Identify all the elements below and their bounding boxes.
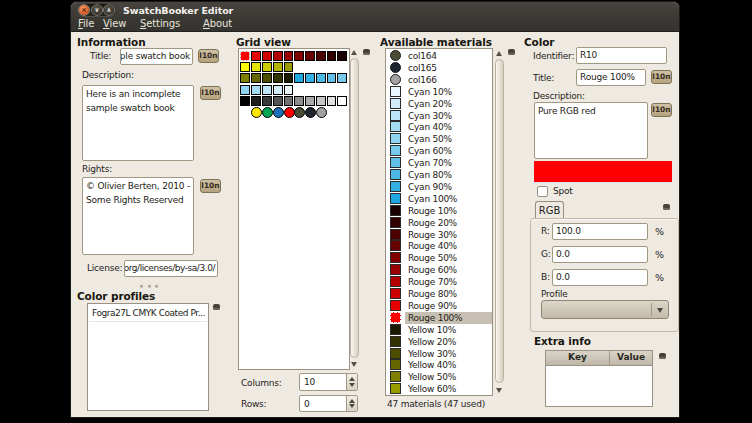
grid-cell[interactable]: [273, 73, 283, 83]
material-row[interactable]: Rouge 80%: [386, 288, 492, 300]
spin-up-icon[interactable]: [349, 399, 355, 403]
grid-cell[interactable]: [337, 51, 347, 61]
grid-cell-selected[interactable]: [240, 51, 250, 61]
grid-cell[interactable]: [316, 73, 326, 83]
materials-list[interactable]: col164col165col166Cyan 10%Cyan 20%Cyan 3…: [385, 48, 493, 396]
material-row[interactable]: col166: [386, 74, 492, 86]
grid-cell[interactable]: [284, 62, 294, 72]
grid-cell[interactable]: [251, 96, 261, 106]
material-row[interactable]: Yellow 50%: [386, 371, 492, 383]
color-description-textarea[interactable]: Pure RGB red: [534, 102, 648, 159]
title-l10n-button[interactable]: l10n: [198, 49, 219, 63]
grid-cell[interactable]: [240, 85, 250, 95]
menu-file[interactable]: File: [78, 17, 94, 31]
grid-cell[interactable]: [273, 85, 283, 95]
g-input[interactable]: 0.0: [552, 246, 648, 263]
grid-cell[interactable]: [262, 51, 272, 61]
color-description-l10n-button[interactable]: l10n: [651, 103, 672, 117]
rows-spin-buttons[interactable]: [346, 396, 357, 411]
grid-scroll-down-icon[interactable]: [351, 362, 357, 367]
grid-cell[interactable]: [327, 73, 337, 83]
grid-cell[interactable]: [273, 96, 283, 106]
grid-circle-swatch[interactable]: [262, 107, 273, 118]
r-input[interactable]: 100.0: [552, 223, 648, 240]
columns-spin-buttons[interactable]: [346, 374, 357, 390]
color-title-input[interactable]: Rouge 100%: [576, 69, 646, 86]
grid-cell[interactable]: [284, 51, 294, 61]
grid-cell[interactable]: [284, 85, 294, 95]
grid-circle-swatch[interactable]: [305, 107, 316, 118]
material-row[interactable]: Yellow 40%: [386, 359, 492, 371]
material-row[interactable]: Rouge 40%: [386, 240, 492, 252]
pane-grip[interactable]: [140, 285, 158, 289]
grid-cell[interactable]: [251, 85, 261, 95]
material-row[interactable]: Cyan 40%: [386, 121, 492, 133]
b-input[interactable]: 0.0: [552, 269, 648, 286]
grid-circle-swatch[interactable]: [284, 107, 295, 118]
minimize-button[interactable]: ∨: [92, 5, 102, 15]
swatch-grid[interactable]: [238, 48, 350, 370]
title-input[interactable]: ple swatch book: [120, 48, 193, 65]
grid-cell[interactable]: [251, 51, 261, 61]
extra-info-action-icon[interactable]: [659, 353, 666, 359]
material-row[interactable]: Yellow 60%: [386, 383, 492, 395]
spin-up-icon[interactable]: [349, 377, 355, 381]
materials-scroll-down-icon[interactable]: [496, 388, 502, 393]
grid-circle-swatch[interactable]: [316, 107, 327, 118]
license-input[interactable]: org/licenses/by-sa/3.0/: [124, 260, 218, 277]
color-title-l10n-button[interactable]: l10n: [651, 70, 672, 84]
material-row[interactable]: Rouge 10%: [386, 205, 492, 217]
spin-down-icon[interactable]: [349, 404, 355, 408]
tab-rgb[interactable]: RGB: [535, 201, 564, 219]
color-action-icon[interactable]: [508, 49, 515, 55]
grid-cell[interactable]: [294, 96, 304, 106]
spot-checkbox[interactable]: [537, 186, 548, 197]
title-bar[interactable]: × ∨ ∧ SwatchBooker Editor FileViewSettin…: [71, 2, 679, 32]
rgb-action-icon[interactable]: [663, 204, 670, 210]
material-row[interactable]: Cyan 60%: [386, 145, 492, 157]
material-row[interactable]: Rouge 70%: [386, 276, 492, 288]
menu-settings[interactable]: Settings: [140, 17, 180, 31]
key-column-header[interactable]: Key: [546, 351, 610, 365]
menu-view[interactable]: View: [103, 17, 126, 31]
grid-cell[interactable]: [337, 96, 347, 106]
color-profile-row[interactable]: Fogra27L CMYK Coated Pr...: [89, 305, 207, 322]
close-button[interactable]: ×: [79, 5, 89, 15]
material-row[interactable]: Rouge 60%: [386, 264, 492, 276]
material-row[interactable]: Rouge 100%: [386, 312, 492, 324]
grid-scrollbar[interactable]: [350, 58, 359, 358]
materials-scrollbar[interactable]: [495, 59, 504, 383]
grid-cell[interactable]: [337, 73, 347, 83]
value-column-header[interactable]: Value: [610, 351, 652, 365]
grid-circle-swatch[interactable]: [273, 107, 284, 118]
grid-action-icon[interactable]: [363, 49, 370, 55]
material-row[interactable]: col165: [386, 62, 492, 74]
grid-cell[interactable]: [327, 96, 337, 106]
grid-cell[interactable]: [240, 73, 250, 83]
grid-cell[interactable]: [251, 73, 261, 83]
grid-cell[interactable]: [262, 62, 272, 72]
grid-cell[interactable]: [305, 96, 315, 106]
grid-cell[interactable]: [327, 51, 337, 61]
grid-cell[interactable]: [262, 96, 272, 106]
material-row[interactable]: Cyan 10%: [386, 86, 492, 98]
maximize-button[interactable]: ∧: [104, 5, 114, 15]
grid-cell[interactable]: [262, 73, 272, 83]
columns-spinner[interactable]: 10: [299, 373, 358, 391]
grid-scroll-up-icon[interactable]: [351, 50, 357, 55]
material-row[interactable]: Yellow 30%: [386, 348, 492, 360]
rows-value[interactable]: 0: [304, 397, 310, 411]
grid-cell[interactable]: [284, 73, 294, 83]
material-row[interactable]: Cyan 90%: [386, 181, 492, 193]
material-row[interactable]: Rouge 50%: [386, 252, 492, 264]
profile-dropdown[interactable]: [541, 300, 669, 319]
color-profiles-list[interactable]: Fogra27L CMYK Coated Pr...: [87, 303, 209, 411]
grid-cell[interactable]: [251, 62, 261, 72]
material-row[interactable]: Cyan 80%: [386, 169, 492, 181]
grid-circle-swatch[interactable]: [251, 107, 262, 118]
material-row[interactable]: Cyan 50%: [386, 133, 492, 145]
grid-cell[interactable]: [273, 51, 283, 61]
grid-cell[interactable]: [273, 62, 283, 72]
extra-info-table[interactable]: Key Value: [545, 350, 653, 407]
rows-spinner[interactable]: 0: [299, 395, 358, 412]
